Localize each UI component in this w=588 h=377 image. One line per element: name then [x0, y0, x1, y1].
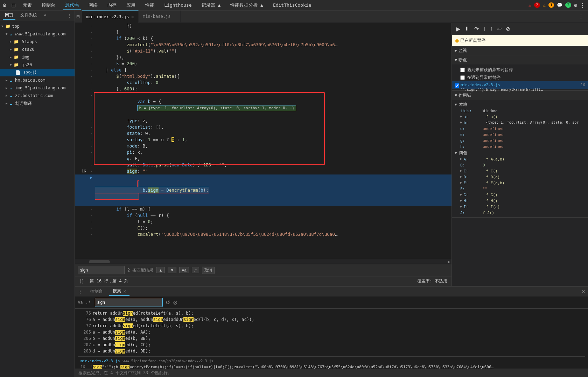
- scope-I[interactable]: ▶ I: f I(a): [457, 204, 588, 210]
- scope-closure-header[interactable]: ▼ 闭包: [452, 150, 588, 156]
- scope-A[interactable]: ▶ A: f A(a,b): [457, 156, 588, 162]
- bp-active-item[interactable]: min-index-v2.3.js "",sign:""},b.sign=enc…: [452, 81, 588, 89]
- scope-b[interactable]: ▶ b: {type: 1, focurlist: Array(0), stat…: [457, 120, 588, 126]
- tab-filesystem[interactable]: 文件系统: [18, 12, 39, 20]
- search-refresh-btn[interactable]: ↺: [166, 299, 170, 306]
- regex-toggle[interactable]: .*: [85, 300, 90, 305]
- scope-this[interactable]: this: Window: [457, 108, 588, 114]
- editor-hscrollbar[interactable]: ▶: [75, 259, 451, 264]
- debug-deactivate-btn[interactable]: ⊘: [504, 24, 512, 34]
- device-icon[interactable]: □: [12, 2, 15, 8]
- tab-min-base[interactable]: min-base.js: [139, 11, 181, 23]
- scope-B[interactable]: B: 0: [457, 162, 588, 168]
- error-count[interactable]: 2: [534, 2, 540, 8]
- toolbar-application[interactable]: 应用: [124, 1, 138, 10]
- debug-resume-btn[interactable]: ▶: [455, 24, 462, 34]
- toolbar-elements[interactable]: 元素: [21, 1, 34, 10]
- bottom-line-16[interactable]: 16 "sign":"");b.sign=encrytParam(b);if(1…: [78, 364, 498, 369]
- debug-step-into-btn[interactable]: ↓: [482, 24, 487, 33]
- inspect-icon[interactable]: ⚙: [3, 2, 6, 8]
- toolbar-recorder[interactable]: 记录器 ▲: [200, 1, 223, 10]
- scope-J[interactable]: J: f J(): [457, 210, 588, 216]
- tree-item-top[interactable]: ▼ 📁 top: [0, 22, 75, 30]
- search-regex-btn[interactable]: .*: [192, 267, 199, 273]
- tree-item-js20[interactable]: ▼ 📁 js20: [0, 61, 75, 69]
- tab-min-index-close[interactable]: ×: [131, 14, 134, 20]
- editor-search-input-wrapper[interactable]: [78, 266, 125, 274]
- bp-active-checkbox[interactable]: [455, 83, 459, 88]
- debug-pause-btn[interactable]: ⏸: [463, 24, 471, 33]
- tree-item-css20[interactable]: ▶ 📁 css20: [0, 46, 75, 53]
- result-item-75[interactable]: 75 return addUnsigned(rotateLeft(a, s), …: [78, 310, 585, 316]
- scope-e[interactable]: e: undefined: [457, 132, 588, 138]
- scope-F[interactable]: F: "": [457, 186, 588, 192]
- search-case-btn[interactable]: Aa: [179, 267, 189, 273]
- bottom-close-icon[interactable]: ×: [582, 288, 585, 295]
- bottom-file-header[interactable]: min-index-v2.3.js www.51paimaifang.com/j…: [78, 358, 585, 364]
- tree-item-fanyi[interactable]: ▶ ☁ 划词翻译: [0, 100, 75, 107]
- debug-step-out-btn[interactable]: ↑: [489, 24, 494, 33]
- result-item-205[interactable]: 205 a = addUnsigned(a, AA);: [78, 329, 585, 335]
- file-tree-more-icon[interactable]: ⋮: [68, 13, 72, 18]
- hscrollbar-thumb[interactable]: [89, 260, 110, 263]
- bp-uncaught-checkbox[interactable]: [460, 68, 465, 72]
- tree-item-hm-baidu[interactable]: ▶ ☁ hm.baidu.com: [0, 76, 75, 84]
- split-icon[interactable]: ⊟: [76, 13, 80, 20]
- debug-step-over-btn[interactable]: ↷: [473, 24, 480, 34]
- result-item-207[interactable]: 207 c = addUnsigned(c, CC);: [78, 342, 585, 348]
- search-next-btn[interactable]: ▼: [168, 267, 176, 273]
- tree-item-zz-bdstatic[interactable]: ▶ ☁ zz.bdstatic.com: [0, 92, 75, 100]
- tree-item-img51[interactable]: ▶ ☁ img.51paimaifang.com: [0, 84, 75, 92]
- debug-section-header-monitor[interactable]: ▶ 监视: [452, 46, 588, 55]
- search-top-input[interactable]: [97, 300, 160, 305]
- toolbar-lighthouse[interactable]: Lighthouse: [162, 1, 194, 9]
- scope-E[interactable]: ▶ E: f E(a,b): [457, 180, 588, 186]
- scope-G[interactable]: ▶ G: f G(): [457, 192, 588, 198]
- scope-D[interactable]: ▶ D: f D(a): [457, 174, 588, 180]
- scope-local-header[interactable]: ▼ 本地: [452, 101, 588, 108]
- code-editor[interactable]: - }) - } - if (200 <: [75, 23, 451, 286]
- search-tab-close[interactable]: ×: [123, 288, 126, 294]
- toolbar-performance[interactable]: 性能: [143, 1, 156, 10]
- debug-section-header-bp[interactable]: ▼ 断点: [452, 55, 588, 64]
- editor-search-input[interactable]: [80, 268, 122, 273]
- tab-min-index[interactable]: min-index-v2.3.js ×: [82, 11, 139, 23]
- tab-console[interactable]: 控制台: [87, 287, 106, 296]
- scope-h[interactable]: h: undefined: [457, 144, 588, 150]
- tab-webpage[interactable]: 网页: [3, 12, 15, 20]
- toolbar-sources[interactable]: 源代码: [63, 0, 81, 10]
- aa-toggle[interactable]: Aa: [78, 300, 83, 305]
- bp-exception-checkbox[interactable]: [460, 75, 465, 80]
- tree-item-img[interactable]: ▶ 📁 img: [0, 53, 75, 61]
- tab-search[interactable]: 搜索 ×: [109, 287, 130, 296]
- scope-d[interactable]: d: undefined: [457, 126, 588, 132]
- tree-item-suoyin[interactable]: 📄 (索引): [0, 69, 75, 76]
- warning-count[interactable]: 1: [548, 2, 554, 8]
- more-icon[interactable]: ⋮: [580, 2, 585, 8]
- result-item-208[interactable]: 208 d = addUnsigned(d, DD);: [78, 348, 585, 354]
- result-item-76[interactable]: 76 a = addUnsigned(a, addUnsigned(addUns…: [78, 316, 585, 323]
- bottom-panel-toggle[interactable]: ⋮: [78, 289, 83, 294]
- toolbar-console[interactable]: 控制台: [40, 1, 57, 10]
- debug-section-header-scope[interactable]: ▼ 作用域: [452, 91, 588, 100]
- scope-H[interactable]: ▶ H: f H(): [457, 198, 588, 204]
- hscroll-right[interactable]: ▶: [447, 259, 451, 264]
- search-cancel-btn[interactable]: 取消: [202, 267, 215, 274]
- scope-a[interactable]: ▶ a: f a(): [457, 114, 588, 120]
- settings-icon[interactable]: ⚙: [574, 2, 577, 8]
- scope-C[interactable]: ▶ C: f C(): [457, 168, 588, 174]
- search-prev-btn[interactable]: ▲: [156, 267, 165, 273]
- toolbar-perf-analysis[interactable]: 性能数据分析 ▲: [228, 1, 265, 10]
- search-top-input-wrap[interactable]: [95, 298, 163, 307]
- toolbar-network[interactable]: 网络: [86, 1, 100, 10]
- scope-g[interactable]: g: undefined: [457, 138, 588, 144]
- tree-item-51paimaifang[interactable]: ▼ ☁ www.51paimaifang.com: [0, 30, 75, 38]
- tree-item-51apps[interactable]: ▶ 📁 51apps: [0, 38, 75, 46]
- tab-more[interactable]: »: [42, 12, 49, 20]
- toolbar-memory[interactable]: 内存: [105, 1, 119, 10]
- editor-more-icon[interactable]: ⋮: [578, 13, 584, 20]
- toolbar-cookie[interactable]: EditThisCookie: [271, 1, 314, 9]
- debug-step-back-btn[interactable]: ↩: [496, 24, 503, 34]
- message-count[interactable]: 2: [565, 2, 571, 8]
- result-item-77[interactable]: 77 return addUnsigned(rotateLeft(a, s), …: [78, 323, 585, 329]
